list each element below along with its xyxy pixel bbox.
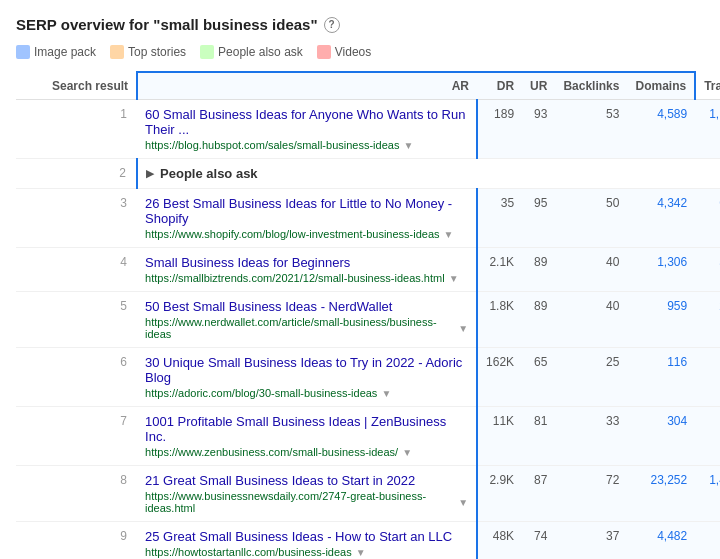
row-num: 8 [16, 466, 137, 522]
table-row: 9 25 Great Small Business Ideas - How to… [16, 522, 720, 560]
table-row: 5 50 Best Small Business Ideas - NerdWal… [16, 292, 720, 348]
cell-domains: 521 [695, 248, 720, 292]
row-num: 1 [16, 100, 137, 159]
title-text: SERP overview for "small business ideas" [16, 16, 318, 33]
row-num: 9 [16, 522, 137, 560]
table-row: 1 60 Small Business Ideas for Anyone Who… [16, 100, 720, 159]
result-url-text: https://smallbiztrends.com/2021/12/small… [145, 272, 445, 284]
cell-backlinks: 1,306 [627, 248, 695, 292]
videos-icon [317, 45, 331, 59]
cell-ar: 189 [477, 100, 522, 159]
backlinks-link[interactable]: 4,342 [657, 196, 687, 210]
cell-ar: 35 [477, 189, 522, 248]
top-stories-icon [110, 45, 124, 59]
cell-ur: 40 [555, 248, 627, 292]
result-url-text: https://howtostartanllc.com/business-ide… [145, 546, 352, 558]
col-header-traffic: Traffic [695, 72, 720, 100]
cell-ur: 50 [555, 189, 627, 248]
cell-domains: 248 [695, 292, 720, 348]
url-dropdown-arrow[interactable]: ▼ [403, 140, 413, 151]
url-dropdown-arrow[interactable]: ▼ [458, 323, 468, 334]
cell-ar: 48K [477, 522, 522, 560]
cell-backlinks: 116 [627, 348, 695, 407]
url-dropdown-arrow[interactable]: ▼ [381, 388, 391, 399]
url-dropdown-arrow[interactable]: ▼ [458, 497, 468, 508]
col-header-domains: Domains [627, 72, 695, 100]
result-title-link[interactable]: 50 Best Small Business Ideas - NerdWalle… [145, 299, 468, 314]
cell-ar: 2.1K [477, 248, 522, 292]
result-title-link[interactable]: 60 Small Business Ideas for Anyone Who W… [145, 107, 468, 137]
cell-domains: 169 [695, 522, 720, 560]
paa-cell: ▶ People also ask [137, 159, 720, 189]
cell-dr: 74 [522, 522, 555, 560]
filter-top-stories[interactable]: Top stories [110, 45, 186, 59]
domains-link[interactable]: 1,475 [709, 473, 720, 487]
cell-backlinks: 959 [627, 292, 695, 348]
backlinks-link[interactable]: 116 [667, 355, 687, 369]
col-header-ur: UR [522, 72, 555, 100]
col-header-ar: AR [137, 72, 477, 100]
paa-arrow-icon[interactable]: ▶ [146, 167, 154, 180]
table-row: 4 Small Business Ideas for Beginners htt… [16, 248, 720, 292]
filter-image-pack-label: Image pack [34, 45, 96, 59]
result-url-text: https://blog.hubspot.com/sales/small-bus… [145, 139, 399, 151]
result-title-link[interactable]: 21 Great Small Business Ideas to Start i… [145, 473, 468, 488]
backlinks-link[interactable]: 4,482 [657, 529, 687, 543]
cell-ar: 2.9K [477, 466, 522, 522]
backlinks-link[interactable]: 1,306 [657, 255, 687, 269]
table-row: 6 30 Unique Small Business Ideas to Try … [16, 348, 720, 407]
backlinks-link[interactable]: 23,252 [650, 473, 687, 487]
result-title-link[interactable]: 26 Best Small Business Ideas for Little … [145, 196, 468, 226]
result-url-text: https://www.shopify.com/blog/low-investm… [145, 228, 439, 240]
cell-ar: 11K [477, 407, 522, 466]
result-title-link[interactable]: 25 Great Small Business Ideas - How to S… [145, 529, 468, 544]
table-row: 8 21 Great Small Business Ideas to Start… [16, 466, 720, 522]
result-title-link[interactable]: 30 Unique Small Business Ideas to Try in… [145, 355, 468, 385]
col-header-result: Search result [16, 72, 137, 100]
row-num: 3 [16, 189, 137, 248]
cell-dr: 93 [522, 100, 555, 159]
help-icon[interactable]: ? [324, 17, 340, 33]
url-dropdown-arrow[interactable]: ▼ [449, 273, 459, 284]
result-url-text: https://adoric.com/blog/30-small-busines… [145, 387, 377, 399]
result-title-cell: 50 Best Small Business Ideas - NerdWalle… [137, 292, 477, 348]
cell-backlinks: 4,342 [627, 189, 695, 248]
cell-domains: 42 [695, 348, 720, 407]
table-wrapper: Search result AR DR UR Backlinks Domains [16, 71, 704, 559]
people-also-ask-icon [200, 45, 214, 59]
cell-domains: 102 [695, 407, 720, 466]
page-title: SERP overview for "small business ideas"… [16, 16, 704, 33]
row-num: 4 [16, 248, 137, 292]
cell-ur: 53 [555, 100, 627, 159]
result-title-link[interactable]: Small Business Ideas for Beginners [145, 255, 468, 270]
col-header-backlinks: Backlinks [555, 72, 627, 100]
domains-link[interactable]: 1,100 [709, 107, 720, 121]
cell-ar: 1.8K [477, 292, 522, 348]
col-header-dr: DR [477, 72, 522, 100]
result-url-text: https://www.businessnewsdaily.com/2747-g… [145, 490, 454, 514]
backlinks-link[interactable]: 959 [667, 299, 687, 313]
url-dropdown-arrow[interactable]: ▼ [444, 229, 454, 240]
result-title-cell: 26 Best Small Business Ideas for Little … [137, 189, 477, 248]
url-dropdown-arrow[interactable]: ▼ [402, 447, 412, 458]
cell-backlinks: 304 [627, 407, 695, 466]
cell-dr: 87 [522, 466, 555, 522]
result-title-cell: 25 Great Small Business Ideas - How to S… [137, 522, 477, 560]
cell-dr: 95 [522, 189, 555, 248]
cell-domains: 667 [695, 189, 720, 248]
result-title-cell: 21 Great Small Business Ideas to Start i… [137, 466, 477, 522]
cell-domains: 1,475 [695, 466, 720, 522]
cell-dr: 89 [522, 292, 555, 348]
cell-dr: 89 [522, 248, 555, 292]
backlinks-link[interactable]: 304 [667, 414, 687, 428]
cell-ur: 72 [555, 466, 627, 522]
serp-table: Search result AR DR UR Backlinks Domains [16, 71, 720, 559]
paa-label-text: People also ask [160, 166, 258, 181]
filter-videos[interactable]: Videos [317, 45, 371, 59]
filter-image-pack[interactable]: Image pack [16, 45, 96, 59]
table-row: 2 ▶ People also ask [16, 159, 720, 189]
result-title-link[interactable]: 1001 Profitable Small Business Ideas | Z… [145, 414, 468, 444]
url-dropdown-arrow[interactable]: ▼ [356, 547, 366, 558]
backlinks-link[interactable]: 4,589 [657, 107, 687, 121]
filter-people-also-ask[interactable]: People also ask [200, 45, 303, 59]
